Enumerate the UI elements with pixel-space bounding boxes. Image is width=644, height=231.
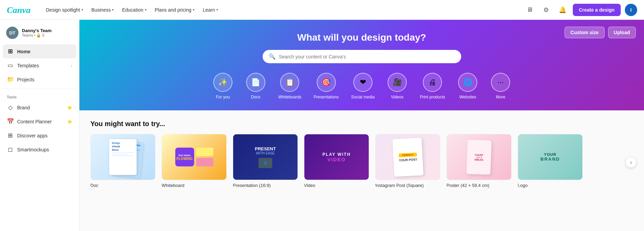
- card-instagram[interactable]: PERFECT YOUR POST Instagram Post (Square…: [375, 134, 440, 188]
- hero-actions: Custom size Upload: [565, 27, 636, 38]
- category-docs[interactable]: 📄 Docs: [245, 73, 266, 99]
- main-content: Custom size Upload What will you design …: [79, 20, 644, 231]
- settings-icon[interactable]: ⚙: [540, 4, 552, 16]
- card-presentation-label: Presentation (16:9): [233, 183, 298, 188]
- card-presentation[interactable]: PRESENT WITH EASE 👤 Presentation (16:9): [233, 134, 298, 188]
- topnav-right: 🖥 ⚙ 🔔 Create a design I: [523, 4, 637, 16]
- category-more[interactable]: ··· More: [490, 73, 511, 99]
- card-poster[interactable]: COUNT THE ★ SMILES Poster (42 × 59.4 cm): [446, 134, 512, 188]
- category-websites[interactable]: 🌐 Websites: [457, 73, 478, 99]
- videos-label: Videos: [391, 95, 403, 99]
- projects-icon: 📁: [7, 76, 14, 83]
- chevron-icon: ›: [71, 64, 72, 68]
- card-video-label: Video: [304, 183, 369, 188]
- chevron-icon: ▾: [145, 8, 147, 12]
- websites-label: Websites: [459, 95, 476, 99]
- category-presentations[interactable]: 🎯 Presentations: [314, 73, 339, 99]
- docs-icon: 📄: [246, 73, 265, 92]
- print-products-icon: 🖨: [423, 73, 442, 92]
- social-media-icon: ❤: [353, 73, 372, 92]
- sidebar-item-discover-apps[interactable]: ⊞ Discover apps: [3, 128, 76, 142]
- card-logo[interactable]: YOUR BRAND Logo: [518, 134, 583, 188]
- sidebar-item-label: Smartmockups: [17, 147, 49, 152]
- main-layout: DT Danny's Team Teams • 🔒 5 ⊞ Home ▭ Tem…: [0, 20, 644, 231]
- sidebar-item-label: Brand: [17, 105, 30, 110]
- hero-search-wrap: 🔍: [100, 50, 623, 63]
- upload-button[interactable]: Upload: [608, 27, 636, 38]
- card-poster-label: Poster (42 × 59.4 cm): [446, 183, 512, 188]
- category-print-products[interactable]: 🖨 Print products: [420, 73, 445, 99]
- smartmockups-icon: ◻: [7, 146, 14, 153]
- pin-icon: ⭐: [67, 105, 72, 110]
- chevron-icon: ▾: [216, 8, 218, 12]
- pin-icon: ⭐: [67, 119, 72, 124]
- section-title: You might want to try...: [90, 120, 633, 128]
- sidebar-item-label: Templates: [17, 63, 39, 68]
- card-logo-image: YOUR BRAND: [518, 134, 583, 180]
- card-video-image: PLAY WITH VIDEO: [304, 134, 369, 180]
- print-products-label: Print products: [420, 95, 445, 99]
- card-presentation-image: PRESENT WITH EASE 👤: [233, 134, 298, 180]
- sidebar: DT Danny's Team Teams • 🔒 5 ⊞ Home ▭ Tem…: [0, 20, 79, 231]
- search-icon: 🔍: [269, 53, 276, 60]
- create-design-button[interactable]: Create a design: [573, 4, 621, 16]
- more-icon: ···: [491, 73, 510, 92]
- sidebar-item-templates[interactable]: ▭ Templates ›: [3, 58, 76, 72]
- sidebar-item-label: Content Planner: [17, 119, 52, 124]
- sidebar-item-smartmockups[interactable]: ◻ Smartmockups: [3, 142, 76, 157]
- discover-apps-icon: ⊞: [7, 132, 14, 139]
- sidebar-item-content-planner[interactable]: 📅 Content Planner ⭐: [3, 114, 76, 128]
- videos-icon: 🎥: [388, 73, 407, 92]
- for-you-icon: ✨: [213, 73, 232, 92]
- hero-title: What will you design today?: [100, 32, 623, 43]
- canva-logo[interactable]: Canva: [7, 5, 34, 15]
- websites-icon: 🌐: [458, 73, 477, 92]
- card-instagram-image: PERFECT YOUR POST: [375, 134, 440, 180]
- topnav: Canva Design spotlight ▾ Business ▾ Educ…: [0, 0, 644, 20]
- menu-education[interactable]: Education ▾: [118, 5, 150, 15]
- sidebar-item-projects[interactable]: 📁 Projects: [3, 72, 76, 86]
- custom-size-button[interactable]: Custom size: [565, 27, 604, 38]
- topnav-menu: Design spotlight ▾ Business ▾ Education …: [42, 5, 523, 15]
- card-poster-image: COUNT THE ★ SMILES: [446, 134, 512, 180]
- sidebar-user[interactable]: DT Danny's Team Teams • 🔒 5: [3, 24, 76, 42]
- sidebar-item-brand[interactable]: ◇ Brand ⭐: [3, 100, 76, 114]
- cards-wrap: Design VisualDocs Doc: [90, 134, 633, 191]
- card-whiteboard[interactable]: Get ideasFLOWING Whiteboard: [162, 134, 227, 188]
- scroll-right-button[interactable]: ›: [626, 157, 636, 168]
- whiteboards-label: Whiteboards: [278, 95, 301, 99]
- card-whiteboard-image: Get ideasFLOWING: [162, 134, 227, 180]
- card-doc[interactable]: Design VisualDocs Doc: [90, 134, 155, 188]
- home-icon: ⊞: [7, 48, 14, 55]
- category-whiteboards[interactable]: 📋 Whiteboards: [278, 73, 301, 99]
- presentations-label: Presentations: [314, 95, 339, 99]
- category-for-you[interactable]: ✨ For you: [213, 73, 233, 99]
- menu-learn[interactable]: Learn ▾: [199, 5, 222, 15]
- hero-categories: ✨ For you 📄 Docs 📋 Whiteboards 🎯 Present…: [100, 73, 623, 99]
- category-videos[interactable]: 🎥 Videos: [387, 73, 407, 99]
- chevron-icon: ▾: [112, 8, 114, 12]
- card-whiteboard-label: Whiteboard: [162, 183, 227, 188]
- hero-banner: Custom size Upload What will you design …: [79, 20, 644, 110]
- card-doc-image: Design VisualDocs: [90, 134, 155, 180]
- hero-search-bar[interactable]: 🔍: [263, 50, 461, 63]
- menu-design-spotlight[interactable]: Design spotlight ▾: [42, 5, 87, 15]
- search-input[interactable]: [279, 54, 455, 59]
- chevron-icon: ▾: [193, 8, 194, 12]
- menu-business[interactable]: Business ▾: [88, 5, 117, 15]
- more-label: More: [496, 95, 505, 99]
- card-instagram-label: Instagram Post (Square): [375, 183, 440, 188]
- content-section: You might want to try...: [79, 110, 644, 200]
- social-media-label: Social media: [351, 95, 375, 99]
- tools-section-label: Tools: [3, 91, 76, 100]
- docs-label: Docs: [251, 95, 260, 99]
- card-video[interactable]: PLAY WITH VIDEO Video: [304, 134, 369, 188]
- menu-plans-pricing[interactable]: Plans and pricing ▾: [151, 5, 198, 15]
- sidebar-item-home[interactable]: ⊞ Home: [3, 44, 76, 58]
- notifications-icon[interactable]: 🔔: [556, 4, 569, 16]
- category-social-media[interactable]: ❤ Social media: [351, 73, 375, 99]
- avatar[interactable]: I: [625, 4, 637, 16]
- for-you-label: For you: [216, 95, 230, 99]
- monitor-icon[interactable]: 🖥: [523, 4, 536, 16]
- sidebar-user-info: Danny's Team Teams • 🔒 5: [22, 28, 73, 38]
